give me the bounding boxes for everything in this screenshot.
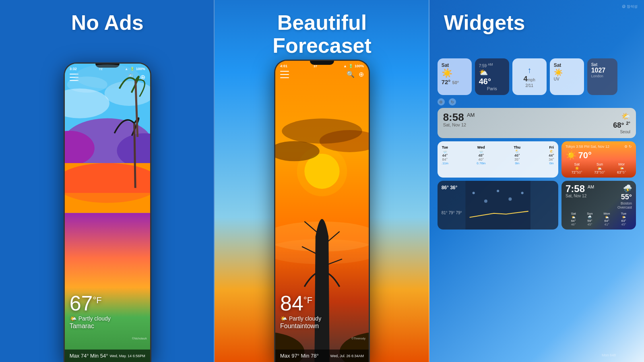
widget-tokyo: Tokyo 3:58 PM Sat, Nov 12 ⚙ ↻ ☀️ 70° Sat…: [561, 141, 636, 178]
sky-clouds: [65, 64, 150, 213]
status-time-middle: 4:01: [280, 64, 287, 68]
status-time-left: 3:32: [70, 67, 77, 71]
phone-notch-left: [95, 64, 120, 68]
forecast-tue: Tue 🌧️ 44° 84° .11in: [442, 145, 448, 165]
widget-uv: Sat ☀️ UV: [550, 58, 584, 95]
widget-seoul-city: Seoul: [613, 130, 630, 134]
widget-tokyo-icon: ☀️: [566, 150, 576, 160]
widget-seoul: 8:58 AM Sat, Nov 12 🌤️ 68° 2° Seoul: [438, 108, 636, 138]
date-left: Wed, May. 14 6:56PM: [109, 354, 145, 358]
menu-icon-left[interactable]: [70, 74, 78, 81]
phone-toolbar-left: 🔍 ⊕: [65, 73, 150, 81]
panel-beautiful-forecast: Beautiful Forecaset: [215, 0, 429, 362]
widget-uv-icon: ☀️: [554, 68, 580, 77]
widget-boston-date: Sat, Nov 12: [566, 194, 594, 198]
widget-sat-icon: ☀️: [442, 68, 468, 79]
widget-row-1: Sat ☀️ 72° 50° 7:59 AM ⛅ 46° Paris ↑ 4mp…: [438, 58, 636, 95]
widget-london-pressure: 1027: [591, 67, 613, 74]
phone-toolbar-middle: 🔍 ⊕: [275, 70, 369, 78]
widget-rain-chart: 86° 36° 81° 79° 79°: [438, 181, 558, 230]
city-left: Tamarac: [70, 323, 111, 330]
widget-seoul-time: 8:58 AM: [443, 112, 475, 122]
widgets-area: Sat ☀️ 72° 50° 7:59 AM ⛅ 46° Paris ↑ 4mp…: [438, 58, 636, 358]
boston-forecast-row: Sat⛅64°46° Sun🌧️59°45° Mon⛅64°41° Tue🌤️6…: [566, 212, 632, 226]
widget-boston-icon: ⛈️: [623, 184, 632, 192]
settings-row: ⚙ ↻: [438, 98, 636, 105]
widget-row-3: Tue 🌧️ 44° 84° .11in Wed 🌧️ 48° 40° 0.76…: [438, 141, 636, 178]
menu-icon-middle[interactable]: [280, 71, 289, 78]
city-middle: Fountaintown: [280, 323, 321, 330]
widget-uv-label: UV: [554, 77, 580, 81]
panel-widgets: Widgets @ 장석성 Sat ☀️ 72° 50° 7:59 AM ⛅ 4…: [429, 0, 644, 362]
copyright-middle: ©Threnody: [351, 337, 365, 340]
temp-display-middle: 84°F: [280, 293, 321, 314]
widget-london: Sat 1027 London: [587, 58, 617, 95]
widget-seoul-temp: 68° 2°: [613, 121, 630, 130]
condition-left: 🌤️ Partly cloudy: [70, 315, 111, 322]
widget-paris: 7:59 AM ⛅ 46° Paris: [475, 58, 509, 95]
widget-london-city: London: [591, 74, 613, 78]
weather-info-left: 67°F 🌤️ Partly cloudy Tamarac: [70, 293, 111, 330]
phone-screen-left: 3:32 7Z ▲ 🔋 100% 🔍 ⊕: [65, 64, 150, 362]
widget-tokyo-temp: 70°: [578, 150, 591, 160]
widget-seoul-date: Sat, Nov 12: [443, 122, 475, 127]
status-battery-left: ▲ 🔋 100%: [125, 67, 145, 71]
condition-middle: 🌤️ Partly cloudy: [280, 315, 321, 322]
weather-info-middle: 84°F 🌤️ Partly cloudy Fountaintown: [280, 293, 321, 330]
gear-button[interactable]: ⚙: [438, 98, 445, 105]
widget-boston-time: 7:58 AM: [566, 184, 594, 194]
phone-mockup-left: 3:32 7Z ▲ 🔋 100% 🔍 ⊕: [64, 62, 151, 362]
panel-heading-middle: Beautiful Forecaset: [272, 11, 372, 57]
max-min-left: Max 74° Min 54°: [70, 353, 108, 359]
refresh-button[interactable]: ↻: [449, 98, 456, 105]
widget-london-day: Sat: [591, 62, 613, 67]
widget-boston-temp: 55°: [617, 193, 632, 201]
panel-heading-no-ads: No Ads: [71, 11, 144, 34]
bottom-bar-middle: Max 97° Min 78° Wed, Jul. 26 6:34AM: [275, 350, 369, 362]
widget-wind-speed: 4mph: [523, 75, 535, 83]
svg-line-12: [134, 123, 135, 188]
location-icon-left[interactable]: ⊕: [140, 73, 145, 81]
forecast-tokyo-sat: Sat☀️72°50°: [572, 162, 582, 174]
forecast-tokyo-mon: Mor🌤️63°5°: [617, 162, 626, 174]
search-icon-left[interactable]: 🔍: [128, 73, 136, 81]
rain-bar-temps: 81° 79° 79°: [442, 211, 554, 215]
widget-uv-day: Sat: [554, 62, 580, 68]
widget-row-4: 86° 36° 81° 79° 79° 7:58 AM Sat, Nov 12 …: [438, 181, 636, 230]
toolbar-right-left: 🔍 ⊕: [128, 73, 145, 81]
mon-648-label: Mon 648: [602, 353, 616, 357]
status-battery-middle: ▲ 🔋 100%: [343, 64, 364, 68]
search-icon-middle[interactable]: 🔍: [347, 70, 355, 78]
phone-notch-middle: [310, 61, 334, 65]
widget-paris-icon: ⛅: [479, 68, 505, 77]
widget-sat-sunny: Sat ☀️ 72° 50°: [438, 58, 472, 95]
widget-tokyo-city: Tokyo 3:58 PM Sat, Nov 12: [566, 145, 609, 149]
forecast-tokyo-sun: Sun⛅73°50°: [594, 162, 605, 174]
phone-screen-middle: 4:01 37 ▲ 🔋 100% 🔍 ⊕: [275, 61, 369, 362]
widget-row-2: 8:58 AM Sat, Nov 12 🌤️ 68° 2° Seoul: [438, 108, 636, 138]
widget-boston: 7:58 AM Sat, Nov 12 ⛈️ 55° BostonOvercas…: [561, 181, 636, 230]
widget-wind-arrow: ↑: [527, 66, 531, 75]
panel-heading-widgets: Widgets: [444, 11, 525, 34]
widget-wind-sub: 2/11: [525, 83, 533, 88]
max-min-middle: Max 97° Min 78°: [280, 353, 319, 359]
toolbar-right-middle: 🔍 ⊕: [347, 70, 364, 78]
forecast-wed: Wed 🌧️ 48° 40° 0.76in: [477, 145, 485, 165]
forecast-boston-sun: Sun🌧️59°45°: [587, 212, 592, 226]
forecast-boston-tue: Tue🌤️63°45°: [621, 212, 627, 226]
forecast-boston-sat: Sat⛅64°46°: [571, 212, 576, 226]
bottom-bar-left: Max 74° Min 54° Wed, May. 14 6:56PM: [65, 350, 150, 362]
widget-boston-city: BostonOvercast: [617, 201, 632, 209]
widget-tokyo-gear[interactable]: ⚙ ↻: [624, 145, 632, 149]
widget-paris-temp: 46°: [479, 77, 505, 86]
widget-wind: ↑ 4mph 2/11: [512, 58, 547, 95]
panel-no-ads: No Ads: [0, 0, 215, 362]
widget-seoul-icon: 🌤️: [613, 112, 630, 121]
widget-paris-time: 7:59 AM: [479, 62, 505, 68]
temp-display-left: 67°F: [70, 293, 111, 314]
watermark: @ 장석성: [622, 4, 638, 9]
svg-rect-11: [65, 193, 150, 213]
widget-sat-day: Sat: [442, 62, 468, 68]
location-icon-middle[interactable]: ⊕: [359, 70, 364, 78]
forecast-thu: Thu 🌦️ 46° 35° 0in: [514, 145, 521, 165]
